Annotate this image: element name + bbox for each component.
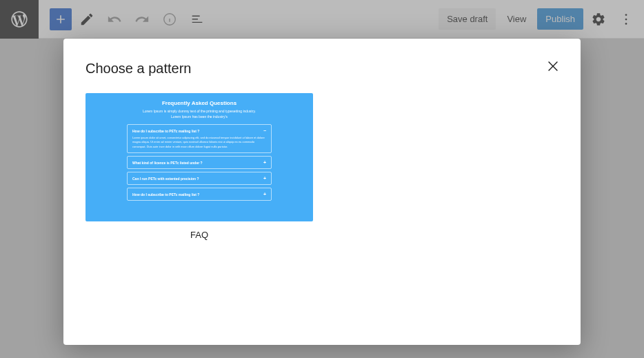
preview-title: Frequently Asked Questions (92, 100, 306, 106)
plus-icon: + (263, 192, 266, 197)
close-button[interactable] (542, 55, 564, 77)
minus-icon: − (263, 128, 266, 133)
preview-faq-item: How do I subscribe to PETc mailing list … (127, 124, 272, 153)
preview-faq-question: What kind of licence is PETc listed unde… (132, 161, 203, 165)
preview-faq-item: Can I run PETc with extented precision ?… (127, 172, 272, 185)
pattern-modal: Choose a pattern Frequently Asked Questi… (63, 39, 581, 345)
modal-overlay: Choose a pattern Frequently Asked Questi… (0, 0, 644, 358)
plus-icon: + (263, 176, 266, 181)
plus-icon: + (263, 160, 266, 165)
preview-faq-question: How do I subscribe to PETc mailing list … (132, 192, 199, 197)
preview-faq-item: What kind of licence is PETc listed unde… (127, 156, 272, 169)
preview-subtitle2: Lorem Ipsum has been the industry's (92, 115, 306, 119)
preview-faq-item: How do I subscribe to PETc mailing list … (127, 188, 272, 201)
pattern-preview: Frequently Asked Questions Lorem Ipsum i… (85, 93, 313, 221)
preview-subtitle: Lorem Ipsum is simply dummy text of the … (92, 109, 306, 113)
preview-faq-question: Can I run PETc with extented precision ? (132, 177, 199, 181)
preview-faq-question: How do I subscribe to PETc mailing list … (132, 129, 199, 133)
pattern-card[interactable]: Frequently Asked Questions Lorem Ipsum i… (85, 93, 313, 240)
preview-faq-answer: Lorem ipsum dolor sit amet, consectetur … (132, 136, 266, 149)
pattern-label: FAQ (85, 230, 313, 240)
modal-title: Choose a pattern (85, 61, 559, 77)
close-icon (545, 59, 561, 74)
